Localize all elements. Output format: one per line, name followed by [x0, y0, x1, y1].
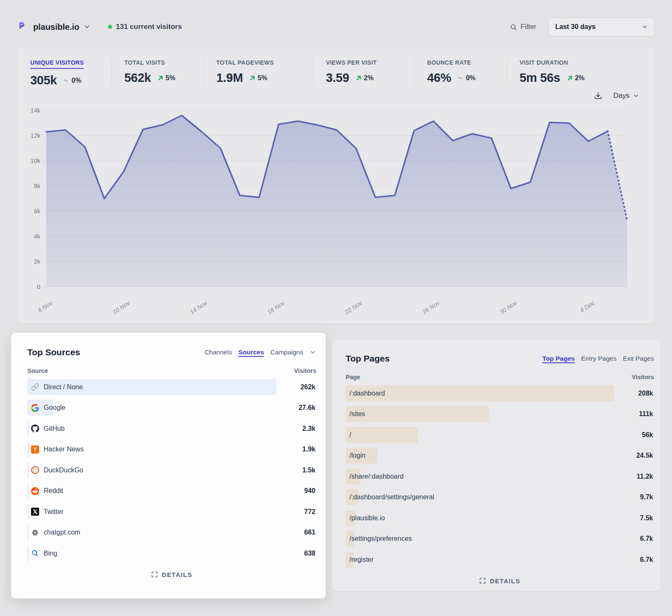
stat-label[interactable]: TOTAL PAGEVIEWS — [216, 59, 274, 66]
source-row[interactable]: GitHub 2.3k — [27, 418, 316, 439]
proportion-bar — [346, 385, 614, 401]
interval-value: Days — [613, 92, 630, 100]
stat-value: 3.59 — [326, 71, 349, 85]
top-sources-panel: Top Sources ChannelsSourcesCampaigns Sou… — [11, 333, 326, 598]
chevron-down-icon — [310, 349, 316, 356]
row-value: 24.5k — [614, 452, 654, 459]
row-label: /share/:dashboard — [349, 473, 404, 480]
stat-change: 2% — [356, 74, 373, 82]
source-row[interactable]: chatgpt.com 661 — [27, 522, 316, 543]
filter-button[interactable]: Filter — [510, 23, 536, 31]
current-visitors[interactable]: 131 current visitors — [108, 23, 182, 31]
row-label: Bing — [44, 550, 57, 557]
pages-details-button[interactable]: DETAILS — [346, 577, 654, 585]
page-row[interactable]: /settings/preferences 6.7k — [346, 529, 654, 550]
svg-text:12k: 12k — [31, 132, 41, 139]
page-row[interactable]: /:dashboard/settings/general 9.7k — [346, 487, 654, 508]
page-row[interactable]: /sites 111k — [346, 404, 654, 425]
site-switcher[interactable]: plausible.io — [18, 21, 90, 33]
svg-text:22 Nov: 22 Nov — [343, 299, 364, 316]
tab-exit-pages[interactable]: Exit Pages — [623, 355, 654, 362]
overview-card: UNIQUE VISITORS 305k 0% TOTAL VISITS 562… — [18, 48, 654, 324]
source-row[interactable]: DuckDuckGo 1.5k — [27, 460, 316, 481]
tab-channels[interactable]: Channels — [205, 349, 232, 356]
sources-list: Direct / None 262k Google 27.6k GitHub — [27, 377, 316, 564]
page-column-header: Page — [346, 374, 360, 380]
filter-label: Filter — [520, 23, 536, 31]
reddit-icon — [31, 487, 39, 495]
proportion-bar — [346, 406, 489, 422]
row-label: Direct / None — [44, 383, 83, 391]
row-label: /settings/preferences — [349, 535, 412, 543]
chart-controls: Days — [30, 89, 639, 102]
row-label: / — [349, 431, 351, 439]
tab-sources[interactable]: Sources — [238, 349, 264, 356]
interval-select[interactable]: Days — [613, 92, 639, 100]
top-sources-tabs: ChannelsSourcesCampaigns — [205, 349, 316, 356]
plausible-logo-icon — [18, 21, 29, 33]
source-row[interactable]: Direct / None 262k — [27, 377, 316, 398]
page-row[interactable]: /login 24.5k — [346, 446, 654, 467]
tab-top-pages[interactable]: Top Pages — [542, 355, 575, 362]
source-row[interactable]: Reddit 940 — [27, 481, 316, 502]
source-row[interactable]: Bing 638 — [27, 543, 316, 564]
top-pages-panel: Top Pages Top PagesEntry PagesExit Pages… — [332, 340, 661, 591]
sources-details-label: DETAILS — [162, 571, 192, 578]
tab-campaigns[interactable]: Campaigns — [270, 349, 303, 356]
flat-wave-icon — [63, 78, 69, 84]
svg-text:8k: 8k — [34, 183, 41, 189]
source-row[interactable]: Twitter 772 — [27, 501, 316, 522]
search-icon — [510, 24, 517, 31]
page-row[interactable]: /register 6.7k — [346, 549, 654, 570]
page-row[interactable]: / 56k — [346, 425, 654, 446]
row-label: /sites — [349, 410, 365, 418]
pages-details-label: DETAILS — [490, 577, 520, 585]
stat-change: 2% — [567, 74, 585, 82]
stat-total-visits: TOTAL VISITS 562k 5% — [111, 59, 203, 85]
svg-text:6 Nov: 6 Nov — [37, 299, 54, 314]
stat-value: 5m 56s — [520, 71, 560, 85]
duckduckgo-icon — [31, 466, 39, 474]
expand-icon — [479, 577, 486, 584]
sources-details-button[interactable]: DETAILS — [27, 571, 316, 578]
visitors-column-header: Visitors — [294, 367, 316, 374]
row-value: 661 — [276, 529, 316, 536]
top-sources-title: Top Sources — [27, 347, 80, 357]
tab-entry-pages[interactable]: Entry Pages — [581, 355, 616, 362]
stat-total-pageviews: TOTAL PAGEVIEWS 1.9M 5% — [203, 59, 313, 85]
row-label: Reddit — [44, 487, 63, 495]
source-row[interactable]: Google 27.6k — [27, 398, 316, 419]
stats-row: UNIQUE VISITORS 305k 0% TOTAL VISITS 562… — [30, 59, 642, 87]
source-column-header: Source — [27, 367, 48, 374]
source-row[interactable]: Hacker News 1.9k — [27, 439, 316, 460]
stat-label[interactable]: TOTAL VISITS — [124, 59, 165, 66]
row-value: 6.7k — [614, 535, 654, 543]
site-name: plausible.io — [33, 22, 79, 32]
google-icon — [31, 404, 39, 412]
twitter-icon — [31, 508, 39, 516]
row-label: /plausible.io — [349, 514, 385, 522]
stat-label[interactable]: VIEWS PER VISIT — [326, 59, 377, 66]
bing-icon — [31, 549, 39, 557]
svg-text:10 Nov: 10 Nov — [111, 299, 131, 316]
stat-label[interactable]: UNIQUE VISITORS — [30, 59, 84, 69]
stat-visit-duration: VISIT DURATION 5m 56s 2% — [507, 59, 585, 85]
visitors-chart[interactable]: 02k4k6k8k10k12k14k6 Nov10 Nov14 Nov18 No… — [24, 103, 642, 317]
page-row[interactable]: /:dashboard 208k — [346, 383, 654, 404]
row-label: /:dashboard — [349, 390, 385, 397]
stat-label[interactable]: BOUNCE RATE — [427, 59, 471, 66]
stat-label[interactable]: VISIT DURATION — [520, 59, 568, 66]
page-row[interactable]: /share/:dashboard 11.2k — [346, 466, 654, 487]
stat-value: 562k — [124, 71, 151, 85]
download-icon[interactable] — [594, 92, 602, 100]
page-row[interactable]: /plausible.io 7.5k — [346, 508, 654, 529]
row-value: 27.6k — [276, 404, 316, 412]
stat-value: 46% — [427, 71, 451, 85]
chevron-down-icon — [84, 24, 90, 30]
stat-value: 1.9M — [216, 71, 243, 85]
row-value: 940 — [276, 487, 316, 495]
pages-list: /:dashboard 208k /sites 111k / — [346, 383, 654, 570]
row-value: 11.2k — [614, 473, 654, 480]
date-range-select[interactable]: Last 30 days — [548, 18, 654, 37]
row-label: Twitter — [44, 508, 63, 516]
